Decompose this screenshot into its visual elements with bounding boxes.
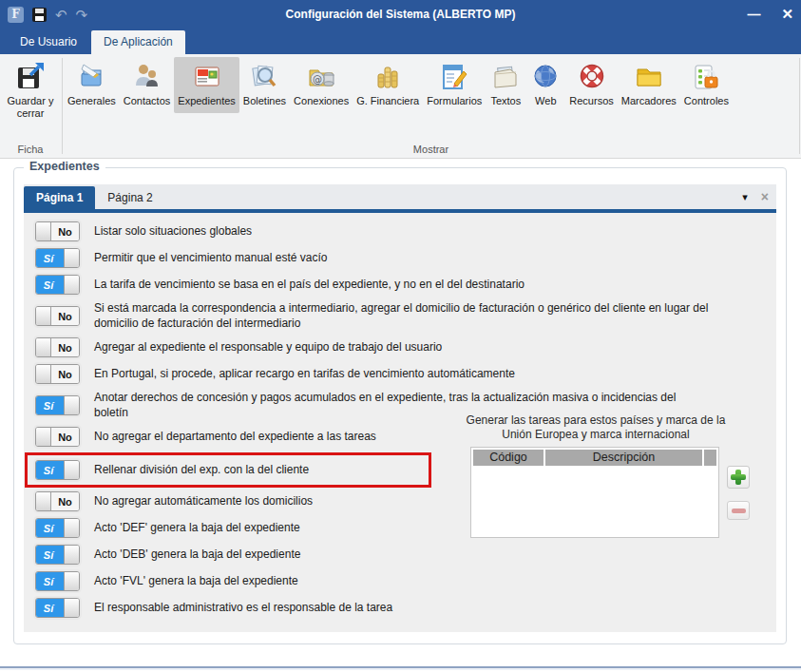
- toggle-off[interactable]: No: [35, 364, 80, 384]
- title-bar: F ↶ ↷ Configuración del Sistema (ALBERTO…: [0, 0, 801, 29]
- ribbon-button-generales[interactable]: Generales: [64, 57, 120, 113]
- minimize-button[interactable]: —: [747, 7, 760, 22]
- ribbon-button-label: Guardar y cerrar: [6, 95, 55, 120]
- setting-label: No agregar automáticamente los domicilio…: [94, 494, 313, 509]
- toggle-knob[interactable]: [64, 599, 79, 617]
- column-header-descripcion: Descripción: [545, 450, 702, 466]
- toggle-knob[interactable]: [64, 249, 79, 267]
- ribbon-button-conexiones[interactable]: @Conexiones: [290, 57, 353, 113]
- toggle-on[interactable]: Sí: [35, 545, 80, 565]
- toggle-on[interactable]: Sí: [35, 248, 80, 268]
- toggle-knob[interactable]: [36, 428, 51, 446]
- setting-label: Permitir que el vencimiento manual esté …: [94, 251, 327, 266]
- bottom-divider: [0, 666, 801, 670]
- toggle-on[interactable]: Sí: [35, 598, 80, 618]
- toggle-off[interactable]: No: [35, 337, 80, 357]
- toggle-state-label: Sí: [36, 546, 64, 564]
- toggle-knob[interactable]: [64, 572, 79, 590]
- magnifier-icon: [248, 61, 280, 93]
- toggle-on[interactable]: Sí: [35, 395, 80, 415]
- toggle-knob[interactable]: [36, 338, 51, 356]
- ribbon-button-label: Expedientes: [178, 95, 236, 107]
- toggle-off[interactable]: No: [35, 221, 80, 241]
- toggle-knob[interactable]: [64, 546, 79, 564]
- close-button[interactable]: ✕: [781, 6, 793, 23]
- tab-pagina-1[interactable]: Página 1: [24, 186, 95, 209]
- setting-label: Agregar al expediente el responsable y e…: [94, 340, 442, 355]
- toggle-off[interactable]: No: [35, 427, 80, 447]
- ribbon-button-label: Boletines: [243, 95, 286, 107]
- undo-icon[interactable]: ↶: [55, 8, 67, 22]
- ribbon-button-web[interactable]: Web: [525, 57, 565, 113]
- setting-label: Acto 'FVL' genera la baja del expediente: [94, 574, 298, 589]
- ribbon-button-label: Formularios: [427, 95, 482, 107]
- ribbon-button-expedientes[interactable]: Expedientes: [174, 57, 239, 113]
- window-title: Configuración del Sistema (ALBERTO MP): [0, 8, 801, 21]
- toggle-on[interactable]: Sí: [35, 460, 80, 480]
- svg-text:@: @: [313, 74, 322, 85]
- toggle-knob[interactable]: [36, 365, 51, 383]
- tab-page-content: NoListar solo situaciones globalesSíPerm…: [24, 213, 776, 632]
- add-country-button[interactable]: [727, 466, 750, 489]
- setting-label: Rellenar división del exp. con la del cl…: [94, 463, 309, 478]
- texts-icon: [489, 61, 522, 93]
- folder-icon: [633, 61, 665, 93]
- minus-icon: [732, 509, 746, 513]
- quick-save-icon[interactable]: [32, 8, 47, 22]
- redo-icon[interactable]: ↷: [76, 8, 88, 22]
- toggle-on[interactable]: Sí: [35, 275, 80, 295]
- toggle-state-label: Sí: [36, 599, 64, 617]
- ribbon-button-controles[interactable]: Controles: [680, 57, 733, 113]
- toggle-knob[interactable]: [36, 492, 51, 510]
- toggle-off[interactable]: No: [35, 491, 80, 511]
- tab-de-usuario[interactable]: De Usuario: [8, 30, 89, 54]
- toggle-on[interactable]: Sí: [35, 518, 80, 538]
- tab-close-icon[interactable]: ×: [761, 190, 769, 203]
- setting-label: No agregar el departamento del expedient…: [94, 430, 376, 445]
- setting-row: SíLa tarifa de vencimiento se basa en el…: [35, 275, 723, 295]
- expedientes-groupbox: Expedientes Página 1 Página 2 ▾ × NoList…: [13, 167, 787, 644]
- ribbon-button-label: Recursos: [569, 95, 613, 107]
- people-icon: [131, 61, 163, 93]
- toggle-state-label: No: [51, 222, 79, 240]
- ribbon-button-textos[interactable]: Textos: [486, 57, 525, 113]
- ribbon-button-label: G. Financiera: [356, 95, 419, 107]
- ribbon-button-label: Marcadores: [621, 95, 677, 107]
- toggle-knob[interactable]: [36, 307, 51, 325]
- groupbox-title: Expedientes: [24, 160, 105, 173]
- tab-menu-icon[interactable]: ▾: [742, 191, 748, 203]
- countries-table[interactable]: Código Descripción: [470, 447, 719, 538]
- toggle-knob[interactable]: [64, 519, 79, 537]
- ribbon-button-label: Controles: [684, 95, 729, 107]
- app-logo-icon: F: [8, 7, 24, 23]
- ribbon-button-boletines[interactable]: Boletines: [239, 57, 290, 113]
- remove-country-button[interactable]: [727, 501, 750, 520]
- setting-label: Listar solo situaciones globales: [94, 224, 252, 240]
- ribbon: Guardar y cerrar Ficha GeneralesContacto…: [0, 54, 801, 159]
- ribbon-button-recursos[interactable]: Recursos: [565, 57, 617, 113]
- toggle-state-label: Sí: [36, 276, 64, 294]
- ribbon-button-formularios[interactable]: Formularios: [423, 57, 486, 113]
- ribbon-group-mostrar: GeneralesContactosExpedientesBoletines@C…: [64, 54, 798, 158]
- tab-de-aplicacion[interactable]: De Aplicación: [91, 30, 185, 54]
- ribbon-button-marcadores[interactable]: Marcadores: [618, 57, 680, 113]
- save-close-icon: [14, 61, 47, 93]
- toggle-knob[interactable]: [64, 461, 79, 479]
- setting-row: SíActo 'DEB' genera la baja del expedien…: [35, 545, 723, 565]
- ribbon-group-ficha: Guardar y cerrar Ficha: [0, 54, 61, 158]
- ribbon-button-contactos[interactable]: Contactos: [120, 57, 175, 113]
- ribbon-button-g-financiera[interactable]: G. Financiera: [353, 57, 423, 113]
- connection-icon: @: [305, 61, 337, 93]
- settings-page: Expedientes Página 1 Página 2 ▾ × NoList…: [0, 159, 801, 672]
- toggle-knob[interactable]: [36, 222, 51, 240]
- setting-label: Acto 'DEF' genera la baja del expediente: [94, 521, 300, 536]
- tab-pagina-2[interactable]: Página 2: [95, 186, 164, 209]
- toggle-state-label: No: [51, 492, 79, 510]
- toggle-on[interactable]: Sí: [35, 571, 80, 591]
- toggle-off[interactable]: No: [35, 306, 80, 326]
- toggle-knob[interactable]: [64, 396, 79, 414]
- toggle-knob[interactable]: [64, 276, 79, 294]
- ribbon-button-guardar-y-cerrar[interactable]: Guardar y cerrar: [0, 57, 61, 122]
- setting-row: NoEn Portugal, si procede, aplicar recar…: [35, 364, 723, 384]
- group-label-ficha: Ficha: [0, 143, 61, 158]
